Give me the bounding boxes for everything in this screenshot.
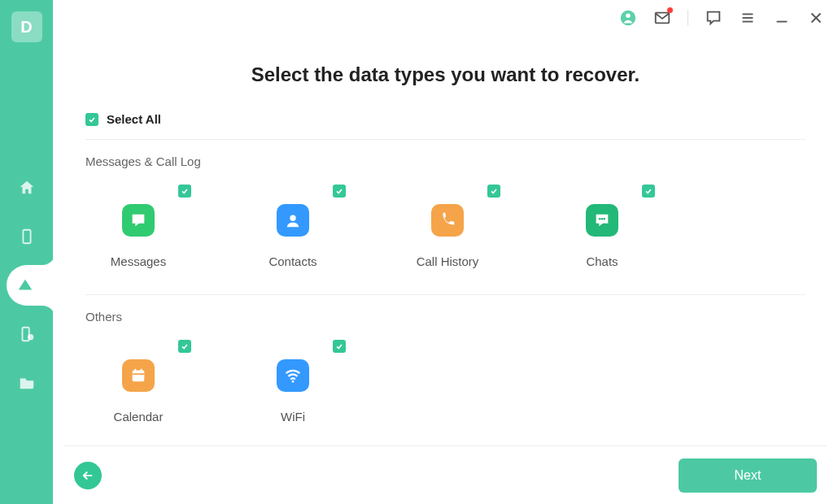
messages-icon bbox=[122, 204, 155, 237]
close-button[interactable] bbox=[807, 9, 825, 27]
menu-button[interactable] bbox=[739, 9, 757, 27]
item-label: Call History bbox=[417, 254, 479, 268]
sidebar: D bbox=[0, 0, 53, 504]
item-checkbox[interactable] bbox=[333, 340, 346, 353]
back-button[interactable] bbox=[74, 462, 102, 489]
chat-bubble-icon bbox=[705, 9, 722, 27]
check-icon bbox=[335, 187, 343, 195]
section-divider bbox=[85, 294, 805, 295]
check-icon bbox=[490, 187, 498, 195]
sidebar-item-cloud[interactable] bbox=[7, 265, 55, 306]
item-label: Contacts bbox=[268, 254, 316, 268]
check-icon bbox=[181, 187, 189, 195]
footer: Next bbox=[64, 445, 827, 504]
wifi-icon bbox=[277, 359, 309, 392]
page-title: Select the data types you want to recove… bbox=[85, 63, 805, 86]
check-icon bbox=[644, 187, 653, 195]
chats-icon bbox=[586, 204, 618, 237]
svg-rect-0 bbox=[23, 230, 30, 244]
call-history-icon bbox=[431, 204, 464, 237]
check-icon bbox=[88, 115, 96, 124]
section-messages: Messages & Call Log Messages Contacts bbox=[85, 154, 805, 288]
svg-point-2 bbox=[27, 334, 33, 340]
item-label: Chats bbox=[586, 254, 618, 268]
svg-point-15 bbox=[603, 218, 605, 220]
item-call-history[interactable]: Call History bbox=[395, 185, 500, 268]
main-panel: Select the data types you want to recove… bbox=[53, 0, 838, 504]
arrow-left-icon bbox=[81, 468, 95, 483]
item-label: Calendar bbox=[114, 410, 164, 424]
item-checkbox[interactable] bbox=[178, 340, 191, 353]
account-button[interactable] bbox=[619, 9, 637, 27]
sidebar-item-phone[interactable] bbox=[7, 216, 47, 257]
item-calendar[interactable]: Calendar bbox=[85, 340, 191, 424]
item-wifi[interactable]: WiFi bbox=[240, 340, 346, 424]
minimize-icon bbox=[773, 9, 791, 27]
minimize-button[interactable] bbox=[773, 9, 791, 27]
cloud-icon bbox=[16, 276, 34, 294]
titlebar bbox=[53, 0, 838, 36]
folder-icon bbox=[18, 374, 36, 392]
item-chats[interactable]: Chats bbox=[549, 185, 655, 268]
home-icon bbox=[18, 179, 36, 197]
svg-point-12 bbox=[290, 215, 295, 221]
item-contacts[interactable]: Contacts bbox=[240, 185, 346, 268]
sidebar-item-folder[interactable] bbox=[7, 363, 47, 403]
feedback-button[interactable] bbox=[705, 9, 722, 27]
section-title: Others bbox=[85, 310, 805, 324]
phone-icon bbox=[18, 228, 36, 245]
section-others: Others Calendar WiFi bbox=[85, 310, 805, 443]
titlebar-divider bbox=[687, 10, 688, 26]
svg-point-14 bbox=[601, 218, 604, 220]
item-checkbox[interactable] bbox=[178, 185, 191, 198]
phone-alert-icon bbox=[18, 325, 36, 343]
svg-rect-1 bbox=[22, 328, 28, 341]
check-icon bbox=[181, 342, 189, 350]
svg-point-13 bbox=[599, 218, 601, 220]
items-grid: Calendar WiFi bbox=[85, 333, 805, 443]
item-checkbox[interactable] bbox=[333, 185, 346, 198]
content-area: Select the data types you want to recove… bbox=[53, 36, 838, 445]
item-checkbox[interactable] bbox=[487, 185, 500, 198]
select-all-label: Select All bbox=[107, 112, 161, 126]
account-icon bbox=[619, 9, 637, 27]
app-logo: D bbox=[11, 11, 42, 42]
item-label: Messages bbox=[111, 254, 166, 268]
notification-dot-icon bbox=[667, 7, 673, 13]
close-icon bbox=[807, 9, 825, 27]
svg-point-21 bbox=[292, 380, 295, 383]
mail-button[interactable] bbox=[653, 9, 671, 27]
sidebar-item-phone-alert[interactable] bbox=[7, 314, 47, 354]
item-checkbox[interactable] bbox=[642, 185, 655, 198]
svg-point-4 bbox=[626, 14, 631, 19]
calendar-icon bbox=[122, 359, 155, 392]
contacts-icon bbox=[277, 204, 309, 237]
item-label: WiFi bbox=[281, 410, 305, 424]
select-all-checkbox[interactable] bbox=[85, 113, 98, 126]
item-messages[interactable]: Messages bbox=[85, 185, 191, 268]
hamburger-icon bbox=[739, 9, 757, 27]
sidebar-item-home[interactable] bbox=[7, 167, 47, 208]
next-button[interactable]: Next bbox=[679, 458, 817, 493]
select-all-row[interactable]: Select All bbox=[85, 112, 805, 140]
items-grid: Messages Contacts Call History bbox=[85, 178, 805, 288]
check-icon bbox=[335, 342, 343, 350]
sidebar-nav bbox=[0, 167, 53, 403]
section-title: Messages & Call Log bbox=[85, 154, 805, 168]
